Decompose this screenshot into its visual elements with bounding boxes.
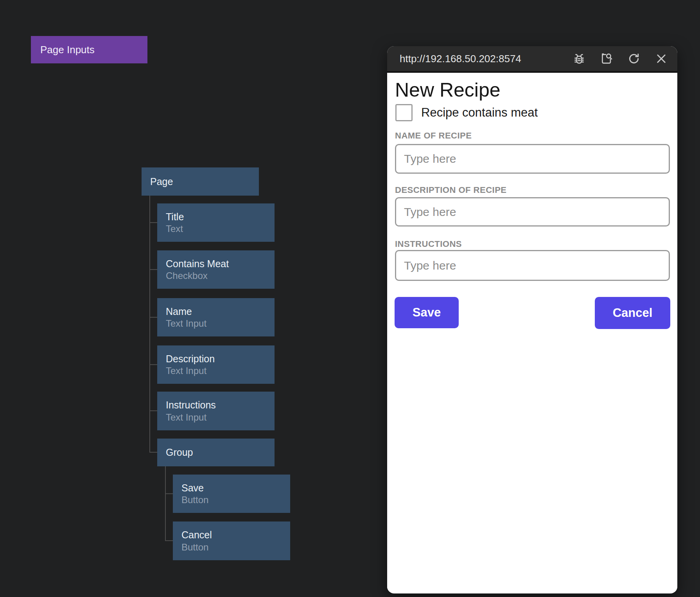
node-subtitle: Text Input	[166, 412, 275, 423]
checkbox-label: Recipe contains meat	[421, 106, 538, 120]
node-title: Cancel	[181, 529, 290, 541]
tree-node-description[interactable]: Description Text Input	[157, 345, 275, 384]
page-inputs-node[interactable]: Page Inputs	[31, 36, 147, 63]
bug-icon[interactable]	[573, 52, 586, 65]
tree-node-page[interactable]: Page	[142, 167, 259, 196]
app-canvas: Page Inputs Page Title Text Contains Mea…	[0, 0, 700, 597]
tree-connector-tick	[149, 410, 157, 411]
node-title: Group	[166, 446, 275, 459]
node-title: Instructions	[166, 399, 275, 412]
refresh-icon[interactable]	[627, 52, 641, 65]
tree-connector-tick	[149, 222, 157, 223]
node-subtitle: Checkbox	[166, 270, 275, 282]
tree-node-group[interactable]: Group	[157, 439, 275, 466]
name-input[interactable]	[395, 144, 670, 174]
page-title: New Recipe	[395, 78, 501, 102]
instructions-field-label: INSTRUCTIONS	[395, 239, 462, 249]
save-button[interactable]: Save	[395, 297, 459, 328]
node-subtitle: Text	[166, 223, 275, 235]
tree-connector-tick	[149, 269, 157, 270]
node-title: Name	[166, 305, 275, 318]
instructions-input[interactable]	[395, 250, 670, 281]
url-text: http://192.168.50.202:8574	[400, 53, 573, 65]
tree-connector-vertical	[165, 466, 166, 541]
node-subtitle: Button	[181, 494, 290, 506]
contains-meat-checkbox[interactable]	[395, 104, 413, 121]
name-field-label: NAME OF RECIPE	[395, 131, 472, 141]
description-input[interactable]	[395, 197, 670, 227]
tree-connector-tick	[165, 493, 173, 494]
description-field-label: DESCRIPTION OF RECIPE	[395, 185, 507, 195]
toolbar-icons	[573, 52, 668, 65]
preview-toolbar: http://192.168.50.202:8574	[387, 46, 677, 73]
tree-connector-tick	[165, 540, 173, 541]
tree-connector-vertical	[149, 196, 150, 453]
preview-window: http://192.168.50.202:8574	[387, 46, 677, 593]
node-title: Title	[166, 210, 275, 223]
node-title: Contains Meat	[166, 257, 275, 270]
tree-node-cancel[interactable]: Cancel Button	[173, 521, 290, 560]
tree-node-save[interactable]: Save Button	[173, 475, 290, 513]
node-subtitle: Button	[181, 541, 290, 553]
node-title: Save	[181, 482, 290, 495]
tree-connector-tick	[149, 452, 157, 453]
close-icon[interactable]	[655, 52, 668, 65]
node-subtitle: Text Input	[166, 365, 275, 377]
preview-content: New Recipe Recipe contains meat NAME OF …	[387, 73, 677, 592]
contains-meat-field: Recipe contains meat	[395, 104, 538, 121]
tree-connector-tick	[149, 364, 157, 365]
node-title: Description	[166, 352, 275, 365]
node-subtitle: Text Input	[166, 318, 275, 329]
tree-node-contains-meat[interactable]: Contains Meat Checkbox	[157, 250, 275, 289]
node-title: Page	[150, 175, 259, 188]
cancel-button[interactable]: Cancel	[595, 297, 670, 329]
inspect-icon[interactable]	[600, 52, 613, 65]
tree-connector-tick	[149, 317, 157, 318]
tree-node-name[interactable]: Name Text Input	[157, 298, 275, 336]
tree-node-title[interactable]: Title Text	[157, 203, 275, 242]
tree-node-instructions[interactable]: Instructions Text Input	[157, 392, 275, 430]
